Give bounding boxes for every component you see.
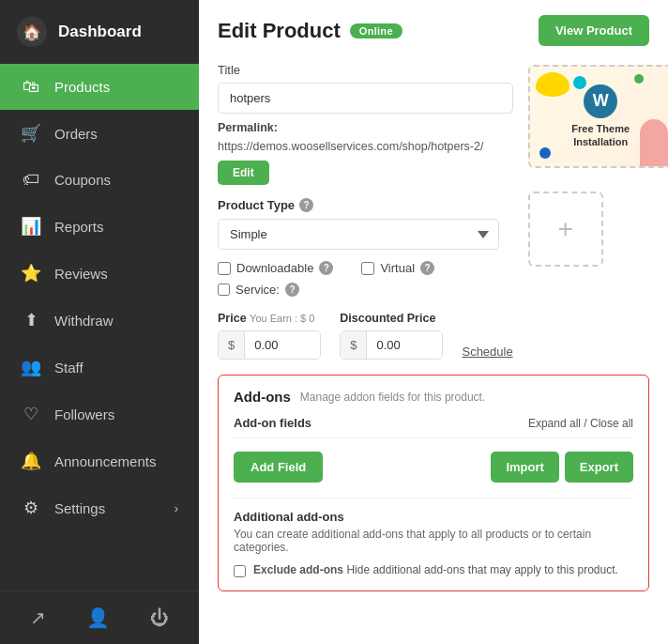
addons-title: Add-ons bbox=[234, 389, 291, 405]
announcements-icon: 🔔 bbox=[21, 451, 41, 471]
sidebar-logo-label: Dashboard bbox=[58, 23, 142, 41]
user-icon[interactable]: 👤 bbox=[86, 606, 110, 629]
orders-icon: 🛒 bbox=[21, 123, 41, 144]
sidebar-item-staff[interactable]: 👥 Staff bbox=[0, 344, 199, 391]
price-label: Price You Earn : $ 0 bbox=[218, 312, 321, 325]
virtual-checkbox[interactable] bbox=[361, 262, 374, 275]
sidebar-item-label: Staff bbox=[54, 360, 84, 376]
content-top: Title Permalink: https://demos.woosellse… bbox=[218, 63, 649, 360]
export-icon[interactable]: ↗ bbox=[30, 606, 46, 629]
sidebar-item-settings[interactable]: ⚙ Settings › bbox=[0, 484, 199, 531]
downloadable-label: Downloadable bbox=[236, 261, 313, 275]
service-label: Service: bbox=[235, 283, 280, 297]
virtual-help-icon[interactable]: ? bbox=[420, 261, 434, 275]
title-label: Title bbox=[218, 63, 513, 77]
discounted-price-col: Discounted Price $ bbox=[340, 312, 443, 360]
reports-icon: 📊 bbox=[21, 216, 41, 237]
sidebar-item-orders[interactable]: 🛒 Orders bbox=[0, 110, 199, 157]
sidebar-item-label: Reviews bbox=[54, 266, 108, 282]
sidebar-item-withdraw[interactable]: ⬆ Withdraw bbox=[0, 297, 199, 344]
green-dot bbox=[634, 74, 644, 84]
logo-icon: 🏠 bbox=[17, 17, 47, 47]
content-left: Title Permalink: https://demos.woosellse… bbox=[218, 63, 513, 360]
promo-shapes bbox=[536, 72, 586, 97]
coupons-icon: 🏷 bbox=[21, 170, 41, 190]
sidebar-footer: ↗ 👤 ⏻ bbox=[0, 590, 199, 644]
discounted-price-input-wrap: $ bbox=[340, 330, 443, 360]
import-button[interactable]: Import bbox=[491, 452, 558, 483]
plus-icon: + bbox=[558, 214, 573, 244]
addons-subtitle: Manage addon fields for this product. bbox=[300, 391, 485, 404]
staff-icon: 👥 bbox=[21, 357, 41, 377]
view-product-button[interactable]: View Product bbox=[539, 15, 649, 46]
promo-banner-inner: W Free ThemeInstallation bbox=[530, 67, 668, 166]
exclude-row: Exclude add-ons Hide additional add-ons … bbox=[234, 563, 633, 577]
virtual-checkbox-label[interactable]: Virtual ? bbox=[361, 261, 434, 275]
downloadable-checkbox[interactable] bbox=[218, 262, 231, 275]
addon-buttons-row: Add Field Import Export bbox=[234, 452, 633, 483]
product-type-select[interactable]: Simple Variable Grouped External/Affilia… bbox=[218, 219, 499, 250]
promo-banner[interactable]: W Free ThemeInstallation bbox=[528, 65, 668, 168]
promo-person bbox=[640, 119, 668, 166]
product-type-group: Product Type ? Simple Variable Grouped E… bbox=[218, 198, 513, 250]
product-type-label: Product Type ? bbox=[218, 198, 513, 212]
blue-dot bbox=[539, 147, 551, 159]
downloadable-checkbox-label[interactable]: Downloadable ? bbox=[218, 261, 333, 275]
product-type-help-icon[interactable]: ? bbox=[299, 198, 313, 212]
sidebar-item-label: Reports bbox=[54, 219, 104, 235]
additional-addons-title: Additional add-ons bbox=[234, 510, 633, 524]
sidebar-item-reports[interactable]: 📊 Reports bbox=[0, 203, 199, 250]
sidebar-item-announcements[interactable]: 🔔 Announcements bbox=[0, 437, 199, 484]
sidebar-item-reviews[interactable]: ⭐ Reviews bbox=[0, 250, 199, 297]
sidebar-logo[interactable]: 🏠 Dashboard bbox=[0, 0, 199, 64]
import-export-row: Import Export bbox=[491, 452, 633, 483]
exclude-addons-label: Exclude add-ons Hide additional add-ons … bbox=[253, 563, 618, 576]
service-row: Service: ? bbox=[218, 283, 513, 297]
sidebar-item-label: Orders bbox=[54, 126, 98, 142]
checkboxes-row: Downloadable ? Virtual ? bbox=[218, 261, 513, 275]
addons-box: Add-ons Manage addon fields for this pro… bbox=[218, 375, 649, 591]
power-icon[interactable]: ⏻ bbox=[150, 607, 169, 629]
followers-icon: ♡ bbox=[21, 404, 41, 424]
exclude-addons-checkbox[interactable] bbox=[234, 565, 246, 577]
sidebar-item-coupons[interactable]: 🏷 Coupons bbox=[0, 157, 199, 203]
schedule-col: Schedule bbox=[462, 322, 512, 360]
title-input[interactable] bbox=[218, 83, 513, 114]
promo-text: Free ThemeInstallation bbox=[571, 122, 630, 149]
sidebar-item-label: Settings bbox=[54, 500, 105, 516]
chevron-right-icon: › bbox=[175, 501, 178, 515]
title-row: Edit Product Online bbox=[218, 19, 402, 43]
sidebar-item-label: Coupons bbox=[54, 172, 111, 188]
permalink-edit-button[interactable]: Edit bbox=[218, 161, 269, 185]
permalink-row: Permalink: https://demos.woosellservices… bbox=[218, 121, 513, 153]
sidebar-item-followers[interactable]: ♡ Followers bbox=[0, 391, 199, 437]
settings-icon: ⚙ bbox=[21, 498, 41, 518]
permalink-url: https://demos.woosellservices.com/shop/h… bbox=[218, 140, 483, 153]
service-help-icon[interactable]: ? bbox=[285, 283, 299, 297]
schedule-link[interactable]: Schedule bbox=[462, 345, 512, 359]
add-image-box[interactable]: + bbox=[528, 192, 603, 267]
teal-dot bbox=[573, 76, 586, 89]
sidebar-item-products[interactable]: 🛍 Products bbox=[0, 64, 199, 110]
expand-close-link[interactable]: Expand all / Close all bbox=[528, 417, 633, 430]
discounted-price-label: Discounted Price bbox=[340, 312, 443, 325]
downloadable-help-icon[interactable]: ? bbox=[319, 261, 333, 275]
export-button[interactable]: Export bbox=[565, 452, 633, 483]
virtual-label: Virtual bbox=[380, 261, 415, 275]
addons-title-row: Add-ons Manage addon fields for this pro… bbox=[234, 389, 633, 405]
products-icon: 🛍 bbox=[21, 77, 41, 97]
title-field-group: Title bbox=[218, 63, 513, 114]
withdraw-icon: ⬆ bbox=[21, 310, 41, 330]
price-input[interactable] bbox=[245, 331, 320, 359]
service-checkbox[interactable] bbox=[218, 284, 230, 296]
discounted-currency: $ bbox=[341, 331, 367, 359]
additional-addons-section: Additional add-ons You can create additi… bbox=[234, 498, 633, 577]
price-currency: $ bbox=[219, 331, 245, 359]
addon-fields-title: Add-on fields bbox=[234, 416, 311, 430]
sidebar-item-label: Followers bbox=[54, 406, 114, 422]
sidebar-item-label: Products bbox=[54, 79, 110, 95]
price-input-wrap: $ bbox=[218, 330, 321, 360]
discounted-price-input[interactable] bbox=[367, 331, 442, 359]
main-content: Edit Product Online View Product Title P… bbox=[199, 0, 668, 644]
add-field-button[interactable]: Add Field bbox=[234, 452, 323, 483]
